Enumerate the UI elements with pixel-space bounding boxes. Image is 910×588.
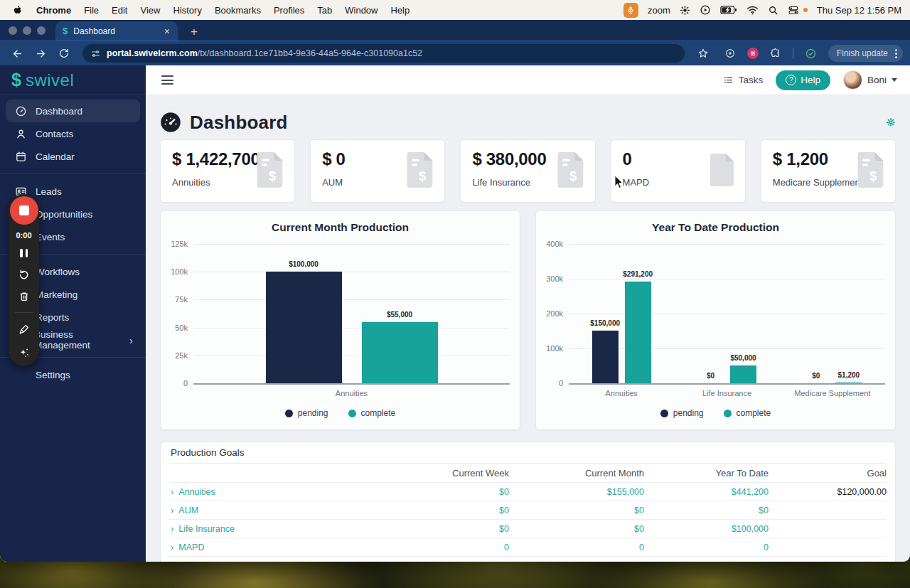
- menubar-item-view[interactable]: View: [134, 5, 166, 16]
- file-invoice-dollar-icon: $: [255, 151, 286, 191]
- record-draw-pen-button[interactable]: [18, 324, 30, 336]
- row-label-text: Medicare Supplement: [178, 561, 265, 562]
- shield-check-icon[interactable]: [801, 46, 821, 61]
- window-minimize-button[interactable]: [23, 26, 31, 35]
- legend-label: pending: [673, 408, 704, 418]
- bar-value-label: $291,200: [623, 270, 653, 278]
- swivel-logo-text: swivel: [26, 70, 74, 90]
- goal-cell: $0: [509, 524, 644, 534]
- browser-menu-icon[interactable]: [894, 48, 899, 60]
- goal-row-label-annuities[interactable]: ›Annuities: [169, 486, 374, 497]
- control-center-icon[interactable]: [788, 5, 799, 16]
- record-delete-button[interactable]: [18, 291, 30, 302]
- stat-card-mapd: 0MAPD: [611, 139, 746, 203]
- y-axis-tick: 0: [537, 379, 563, 387]
- menubar-item-window[interactable]: Window: [338, 5, 384, 16]
- menubar-item-chrome[interactable]: Chrome: [30, 5, 77, 16]
- tasks-button[interactable]: Tasks: [723, 75, 764, 85]
- wifi-icon[interactable]: [746, 5, 759, 15]
- chart-title: Year To Date Production: [536, 221, 895, 234]
- sidebar-item-label: Calendar: [36, 151, 75, 162]
- column-header-goal: Goal: [769, 468, 887, 479]
- goal-row-life-insurance: ›Life Insurance$0$0$100,000: [169, 519, 887, 538]
- record-pause-button[interactable]: [20, 249, 28, 257]
- chevron-right-icon: ›: [171, 505, 173, 515]
- goal-row-label-medicare-supplement[interactable]: ›Medicare Supplement: [169, 560, 374, 562]
- apple-menu-icon[interactable]: [13, 4, 23, 16]
- play-circle-icon[interactable]: [700, 4, 711, 16]
- file-icon: [708, 152, 737, 191]
- sidebar-item-settings[interactable]: Settings: [0, 363, 146, 386]
- sidebar-toggle-hamburger-icon[interactable]: [159, 73, 176, 87]
- record-restart-button[interactable]: [18, 268, 30, 280]
- legend-item-pending[interactable]: pending: [660, 408, 704, 418]
- gridline: [193, 328, 510, 328]
- sidebar-item-label: Contacts: [36, 129, 73, 139]
- extension-pink-icon[interactable]: ≋: [747, 48, 759, 59]
- contacts-icon: [14, 127, 27, 140]
- menubar-item-help[interactable]: Help: [385, 5, 417, 16]
- goal-row-label-life-insurance[interactable]: ›Life Insurance: [169, 523, 374, 534]
- goal-row-label-aum[interactable]: ›AUM: [169, 505, 374, 515]
- menubar-item-profiles[interactable]: Profiles: [267, 5, 311, 16]
- legend-item-complete[interactable]: complete: [348, 408, 396, 418]
- window-zoom-button[interactable]: [37, 26, 46, 35]
- legend-item-pending[interactable]: pending: [285, 408, 328, 418]
- y-axis-tick: 125k: [162, 240, 188, 248]
- battery-charging-icon[interactable]: [720, 5, 737, 15]
- back-button[interactable]: [7, 46, 28, 61]
- menu-items: ChromeFileEditViewHistoryBookmarksProfil…: [30, 5, 416, 16]
- sidebar-item-contacts[interactable]: Contacts: [0, 122, 146, 145]
- chevron-right-icon: ›: [171, 486, 173, 497]
- finish-update-button[interactable]: Finish update: [828, 45, 903, 62]
- menubar-item-bookmarks[interactable]: Bookmarks: [208, 5, 267, 16]
- menubar-item-history[interactable]: History: [166, 5, 208, 16]
- help-button[interactable]: ? Help: [776, 70, 830, 90]
- search-icon[interactable]: [768, 5, 778, 16]
- new-tab-button[interactable]: +: [186, 25, 202, 41]
- sidebar-item-dashboard[interactable]: Dashboard: [6, 100, 140, 122]
- dashboard-settings-gear-icon[interactable]: [886, 117, 896, 127]
- menubar-clock[interactable]: Thu Sep 12 1:56 PM: [817, 5, 901, 16]
- record-stop-button[interactable]: [10, 196, 38, 225]
- menubar-item-edit[interactable]: Edit: [105, 5, 134, 16]
- url-bar[interactable]: portal.swivelcrm.com/tx/dashboard.1ce71b…: [82, 44, 685, 63]
- tab-close-icon[interactable]: ×: [162, 26, 172, 37]
- legend-item-complete[interactable]: complete: [724, 408, 771, 418]
- menubar-item-tab[interactable]: Tab: [311, 5, 338, 16]
- sidebar-item-label: Business Management: [34, 329, 121, 351]
- bar-value-label: $100,000: [289, 260, 318, 268]
- bookmark-star-icon[interactable]: [693, 46, 713, 60]
- legend-dot: [660, 410, 668, 417]
- user-menu[interactable]: Boni: [843, 70, 897, 90]
- gridline: [193, 299, 510, 300]
- extension-camera-icon[interactable]: [720, 46, 740, 60]
- browser-tab-dashboard[interactable]: $ Dashboard ×: [55, 21, 178, 41]
- sidebar-item-calendar[interactable]: Calendar: [0, 145, 146, 168]
- window-close-button[interactable]: [9, 26, 17, 35]
- row-label-text: Annuities: [178, 487, 215, 497]
- record-effects-button[interactable]: [18, 346, 31, 359]
- reload-button[interactable]: [54, 46, 74, 60]
- stat-card-medicare-supplement: $$ 1,200Medicare Supplement: [761, 139, 896, 203]
- question-icon: ?: [786, 75, 796, 85]
- bar-complete-medicare-supplement: [835, 383, 862, 383]
- sun-icon[interactable]: [680, 5, 690, 16]
- x-axis-label: Medicare Supplement: [794, 389, 870, 397]
- zoom-mic-icon[interactable]: [623, 3, 638, 18]
- goal-row-label-mapd[interactable]: ›MAPD: [169, 542, 374, 552]
- extensions-puzzle-icon[interactable]: [766, 46, 786, 60]
- macos-menubar: ChromeFileEditViewHistoryBookmarksProfil…: [0, 0, 910, 20]
- menubar-item-file[interactable]: File: [77, 5, 105, 16]
- forward-button[interactable]: [31, 46, 51, 61]
- site-settings-icon[interactable]: [91, 49, 100, 58]
- calendar-icon: [14, 150, 27, 163]
- swivel-logo[interactable]: $ swivel: [0, 65, 146, 95]
- gridline: [569, 244, 885, 245]
- chevron-down-icon: [892, 78, 897, 82]
- zoom-menubar-label[interactable]: zoom: [648, 5, 670, 16]
- y-axis-tick: 100k: [537, 344, 563, 353]
- chart-legend: pendingcomplete: [536, 408, 895, 418]
- bar-pending-annuities: [266, 272, 342, 383]
- bar-value-label: $150,000: [590, 319, 620, 327]
